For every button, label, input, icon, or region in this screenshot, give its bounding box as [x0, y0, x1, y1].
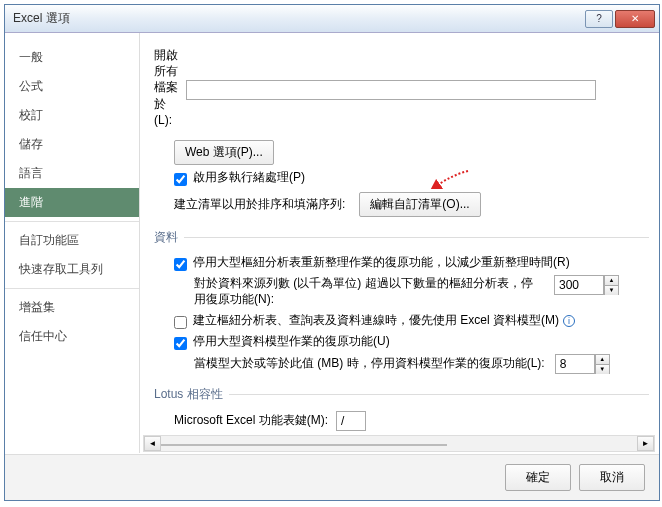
cancel-button[interactable]: 取消	[579, 464, 645, 491]
sidebar-item-0[interactable]: 一般	[5, 43, 139, 72]
web-options-button[interactable]: Web 選項(P)...	[174, 140, 274, 165]
scroll-left-arrow[interactable]: ◄	[144, 436, 161, 451]
prefer-datamodel-checkbox[interactable]	[174, 316, 187, 329]
datamodel-mb-spinner[interactable]: ▲▼	[595, 354, 610, 374]
sidebar-item-2[interactable]: 校訂	[5, 101, 139, 130]
section-lotus-label: Lotus 相容性	[154, 386, 223, 403]
section-data-label: 資料	[154, 229, 178, 246]
multithread-checkbox[interactable]	[174, 173, 187, 186]
close-button[interactable]: ✕	[615, 10, 655, 28]
sidebar-item-8[interactable]: 增益集	[5, 293, 139, 322]
lotus-keys-label: Microsoft Excel 功能表鍵(M):	[174, 412, 328, 429]
dialog-footer: 確定 取消	[5, 454, 659, 500]
horizontal-scrollbar[interactable]: ◄ ►	[143, 435, 655, 452]
lotus-keys-input[interactable]	[336, 411, 366, 431]
sidebar-item-9[interactable]: 信任中心	[5, 322, 139, 351]
custom-list-desc: 建立清單以用於排序和填滿序列:	[174, 196, 345, 213]
datamodel-mb-input[interactable]	[555, 354, 595, 374]
info-icon[interactable]: i	[563, 315, 575, 327]
sidebar-item-6[interactable]: 自訂功能區	[5, 226, 139, 255]
pivot-threshold-input[interactable]	[554, 275, 604, 295]
pivot-threshold-label: 對於資料來源列數 (以千為單位) 超過以下數量的樞紐分析表，停用復原功能(N):	[194, 275, 544, 309]
sidebar-item-3[interactable]: 儲存	[5, 130, 139, 159]
datamodel-mb-label: 當模型大於或等於此值 (MB) 時，停用資料模型作業的復原功能(L):	[194, 355, 545, 372]
content-pane: 開啟所有檔案於(L): Web 選項(P)... 啟用多執行緒處理(P) 建立清…	[140, 33, 659, 453]
disable-undo-pivot-checkbox[interactable]	[174, 258, 187, 271]
multithread-label: 啟用多執行緒處理(P)	[193, 169, 305, 186]
section-data-header: 資料	[154, 229, 649, 246]
sidebar: 一般公式校訂儲存語言進階自訂功能區快速存取工具列增益集信任中心	[5, 33, 140, 453]
scroll-right-arrow[interactable]: ►	[637, 436, 654, 451]
pivot-threshold-spinner[interactable]: ▲▼	[604, 275, 619, 295]
excel-options-dialog: Excel 選項 ? ✕ 一般公式校訂儲存語言進階自訂功能區快速存取工具列增益集…	[4, 4, 660, 501]
scroll-thumb[interactable]	[161, 444, 447, 446]
help-button[interactable]: ?	[585, 10, 613, 28]
sidebar-item-7[interactable]: 快速存取工具列	[5, 255, 139, 284]
sidebar-item-1[interactable]: 公式	[5, 72, 139, 101]
disable-undo-datamodel-checkbox[interactable]	[174, 337, 187, 350]
titlebar: Excel 選項 ? ✕	[5, 5, 659, 33]
prefer-datamodel-label: 建立樞紐分析表、查詢表及資料連線時，優先使用 Excel 資料模型(M)	[193, 312, 559, 329]
window-title: Excel 選項	[13, 10, 583, 27]
open-all-files-label: 開啟所有檔案於(L):	[154, 47, 178, 128]
edit-custom-list-button[interactable]: 編輯自訂清單(O)...	[359, 192, 480, 217]
sidebar-item-4[interactable]: 語言	[5, 159, 139, 188]
ok-button[interactable]: 確定	[505, 464, 571, 491]
sidebar-item-5[interactable]: 進階	[5, 188, 139, 217]
open-all-files-input[interactable]	[186, 80, 596, 100]
disable-undo-datamodel-label: 停用大型資料模型作業的復原功能(U)	[193, 333, 390, 350]
disable-undo-pivot-label: 停用大型樞紐分析表重新整理作業的復原功能，以減少重新整理時間(R)	[193, 254, 570, 271]
section-lotus-header: Lotus 相容性	[154, 386, 649, 403]
